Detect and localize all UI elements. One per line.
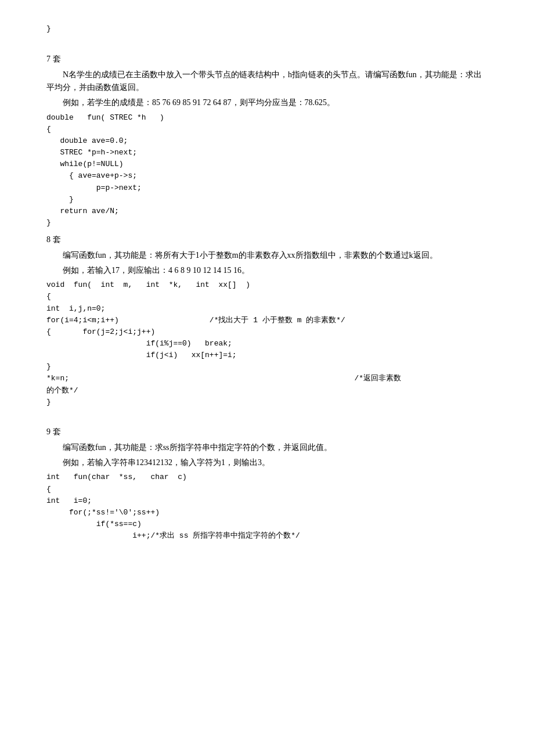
section-8: 8 套 编写函数fun，其功能是：将所有大于1小于整数m的非素数存入xx所指数组… xyxy=(46,233,488,408)
section-8-desc1: 编写函数fun，其功能是：将所有大于1小于整数m的非素数存入xx所指数组中，非素… xyxy=(46,249,488,262)
section-9: 9 套 编写函数fun，其功能是：求ss所指字符串中指定字符的个数，并返回此值。… xyxy=(46,426,488,542)
section-7-code: double fun( STREC *h ) { double ave=0.0;… xyxy=(46,112,488,229)
section-7-desc2: 例如，若学生的成绩是：85 76 69 85 91 72 64 87，则平均分应… xyxy=(46,96,488,109)
section-9-title: 9 套 xyxy=(46,426,488,438)
top-closing-brace: } xyxy=(46,23,488,35)
section-9-desc1: 编写函数fun，其功能是：求ss所指字符串中指定字符的个数，并返回此值。 xyxy=(46,441,488,454)
section-8-title: 8 套 xyxy=(46,233,488,246)
page-container: } 7 套 N名学生的成绩已在主函数中放入一个带头节点的链表结构中，h指向链表的… xyxy=(46,23,488,542)
section-9-code: int fun(char *ss, char c) { int i=0; for… xyxy=(46,471,488,542)
section-8-code: void fun( int m, int *k, int xx[] ) { in… xyxy=(46,279,488,408)
section-7-desc1: N名学生的成绩已在主函数中放入一个带头节点的链表结构中，h指向链表的头节点。请编… xyxy=(46,69,488,95)
section-8-desc2: 例如，若输入17，则应输出：4 6 8 9 10 12 14 15 16。 xyxy=(46,264,488,277)
section-7-title: 7 套 xyxy=(46,53,488,66)
section-9-desc2: 例如，若输入字符串123412132，输入字符为1，则输出3。 xyxy=(46,456,488,469)
section-7: 7 套 N名学生的成绩已在主函数中放入一个带头节点的链表结构中，h指向链表的头节… xyxy=(46,53,488,229)
